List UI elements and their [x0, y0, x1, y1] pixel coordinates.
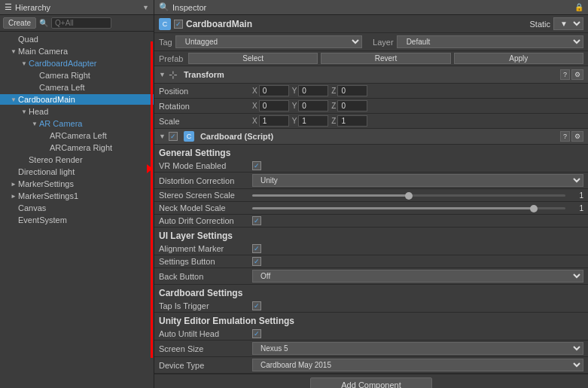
- label-ar-camera: AR Camera: [39, 119, 82, 128]
- rot-z-field: Z: [331, 100, 367, 112]
- create-button[interactable]: Create: [3, 17, 36, 29]
- rot-z-input[interactable]: [337, 100, 367, 112]
- rot-y-input[interactable]: [298, 100, 328, 112]
- stereo-slider-track: [252, 194, 565, 197]
- annotation-line: [151, 41, 153, 358]
- transform-icons: ? ⚙: [560, 69, 583, 80]
- transform-title: Transform: [184, 70, 557, 79]
- inspector-panel: 🔍 Inspector 🔒 C CardboardMain Static ▼ T…: [154, 0, 588, 388]
- stereo-thumb[interactable]: [405, 192, 413, 200]
- tree-item-quad[interactable]: Quad: [0, 33, 154, 45]
- tree-item-arcamera-right[interactable]: ARCamera Right: [0, 142, 154, 154]
- neck-scale-number: 1: [568, 204, 583, 212]
- settings-button-value: [252, 257, 583, 266]
- unity-editor-heading: Unity Editor Emulation Settings: [154, 313, 588, 328]
- screen-size-value: Nexus 5: [252, 342, 583, 355]
- hierarchy-icon: ☰: [5, 2, 12, 12]
- scl-y-input[interactable]: [298, 115, 328, 127]
- back-button-dropdown[interactable]: Off: [252, 270, 583, 283]
- apply-button[interactable]: Apply: [454, 53, 583, 64]
- tap-trigger-checkbox[interactable]: [252, 301, 261, 310]
- tree-item-camera-left[interactable]: Camera Left: [0, 81, 154, 93]
- tree-item-main-camera[interactable]: Main Camera: [0, 45, 154, 57]
- scale-xyz: X Y Z: [252, 115, 583, 127]
- back-button-value: Off: [252, 270, 583, 283]
- device-type-dropdown[interactable]: Cardboard May 2015: [252, 359, 583, 371]
- inspector-body: C CardboardMain Static ▼ Tag Untagged La…: [154, 15, 588, 388]
- screen-size-label: Screen Size: [159, 344, 249, 353]
- vr-mode-value: [252, 161, 583, 170]
- neck-track-fill: [252, 207, 534, 209]
- search-icon: 🔍: [39, 19, 48, 27]
- transform-settings-btn[interactable]: ⚙: [571, 69, 583, 80]
- settings-button-label: Settings Button: [159, 257, 249, 266]
- neck-thumb[interactable]: [530, 205, 538, 212]
- cardboard-enabled-checkbox[interactable]: [169, 132, 178, 141]
- stereo-scale-slider[interactable]: 1: [252, 191, 583, 200]
- hierarchy-title: Hierarchy: [15, 3, 50, 12]
- transform-doc-btn[interactable]: ?: [560, 69, 570, 80]
- alignment-marker-checkbox[interactable]: [252, 244, 261, 253]
- cardboard-script-icons: ? ⚙: [560, 131, 583, 142]
- settings-button-checkbox[interactable]: [252, 257, 261, 266]
- search-input[interactable]: [51, 17, 111, 29]
- neck-scale-value: 1: [252, 204, 583, 212]
- cardboard-doc-btn[interactable]: ?: [560, 131, 570, 142]
- tag-dropdown[interactable]: Untagged: [175, 35, 362, 48]
- screen-size-dropdown[interactable]: Nexus 5: [252, 342, 583, 355]
- pos-y-input[interactable]: [298, 85, 328, 96]
- rot-x-field: X: [252, 100, 289, 112]
- pos-z-input[interactable]: [337, 85, 367, 96]
- scl-x-input[interactable]: [259, 115, 289, 127]
- hierarchy-options[interactable]: ▼: [142, 4, 149, 11]
- transform-header[interactable]: ▼ ⊹ Transform ? ⚙: [154, 66, 588, 84]
- label-main-camera: Main Camera: [18, 47, 68, 56]
- rotation-xyz: X Y Z: [252, 100, 583, 112]
- distortion-dropdown[interactable]: Unity: [252, 174, 583, 187]
- transform-triangle: ▼: [159, 71, 166, 78]
- tree-item-cardboard-adapter[interactable]: CardboardAdapter: [0, 57, 154, 69]
- position-label: Position: [159, 87, 249, 96]
- alignment-marker-row: Alignment Marker: [154, 243, 588, 255]
- vr-mode-checkbox[interactable]: [252, 161, 261, 170]
- hierarchy-header: ☰ Hierarchy ▼: [0, 0, 154, 15]
- cardboard-settings-heading: Cardboard Settings: [154, 285, 588, 300]
- select-button[interactable]: Select: [188, 53, 318, 64]
- static-dropdown[interactable]: ▼: [553, 17, 583, 30]
- tree-item-event-system[interactable]: EventSystem: [0, 214, 154, 226]
- add-component-button[interactable]: Add Component: [310, 377, 432, 388]
- label-quad: Quad: [18, 35, 38, 44]
- tree-item-marker-settings[interactable]: MarkerSettings: [0, 178, 154, 190]
- scl-z-input[interactable]: [337, 115, 367, 127]
- cardboard-script-header[interactable]: ▼ C Cardboard (Script) ? ⚙: [154, 129, 588, 145]
- label-directional-light: Directional light: [18, 167, 75, 176]
- device-type-label: Device Type: [159, 361, 249, 370]
- auto-untilt-checkbox[interactable]: [252, 329, 261, 338]
- neck-slider-track: [252, 207, 565, 209]
- cardboard-settings-btn[interactable]: ⚙: [571, 131, 583, 142]
- object-name: CardboardMain: [186, 19, 526, 29]
- tree-item-cardboard-main[interactable]: CardboardMain: [0, 93, 154, 105]
- tree-item-head[interactable]: Head: [0, 105, 154, 118]
- tree-item-canvas[interactable]: Canvas: [0, 202, 154, 214]
- tree-item-arcamera-left[interactable]: ARCamera Left: [0, 130, 154, 142]
- rot-x-input[interactable]: [259, 100, 289, 112]
- layer-dropdown[interactable]: Default: [397, 35, 583, 48]
- triangle-ar-camera: [32, 121, 39, 127]
- cardboard-script-icon: C: [184, 131, 194, 142]
- scl-x-field: X: [252, 115, 289, 127]
- tree-item-marker-settings1[interactable]: MarkerSettings1: [0, 190, 154, 202]
- auto-drift-checkbox[interactable]: [252, 216, 261, 225]
- stereo-scale-label: Stereo Screen Scale: [159, 191, 249, 200]
- tree-item-stereo-render[interactable]: Stereo Render: [0, 154, 154, 166]
- tree-item-ar-camera[interactable]: AR Camera: [0, 118, 154, 130]
- triangle-cardboard-main: [11, 96, 18, 103]
- tree-item-camera-right[interactable]: Camera Right: [0, 69, 154, 81]
- neck-scale-slider[interactable]: 1: [252, 204, 583, 212]
- position-xyz: X Y Z: [252, 85, 583, 96]
- tree-item-directional-light[interactable]: Directional light: [0, 166, 154, 178]
- pos-x-input[interactable]: [259, 85, 289, 96]
- revert-button[interactable]: Revert: [321, 53, 450, 64]
- lock-icon[interactable]: 🔒: [574, 3, 583, 11]
- active-checkbox[interactable]: [174, 20, 183, 29]
